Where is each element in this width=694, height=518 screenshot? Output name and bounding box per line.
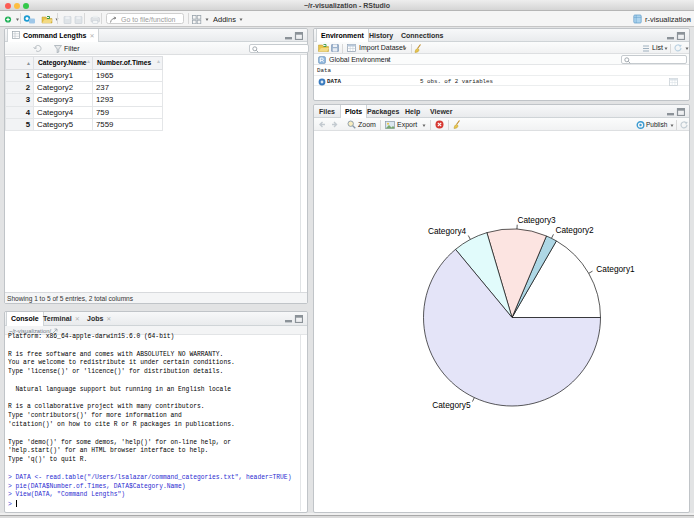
svg-text:Category1: Category1 — [596, 264, 635, 274]
svg-text:Category2: Category2 — [555, 225, 594, 235]
svg-text:Category3: Category3 — [517, 215, 556, 225]
svg-text:Category5: Category5 — [432, 400, 471, 410]
svg-text:Category4: Category4 — [428, 226, 467, 236]
